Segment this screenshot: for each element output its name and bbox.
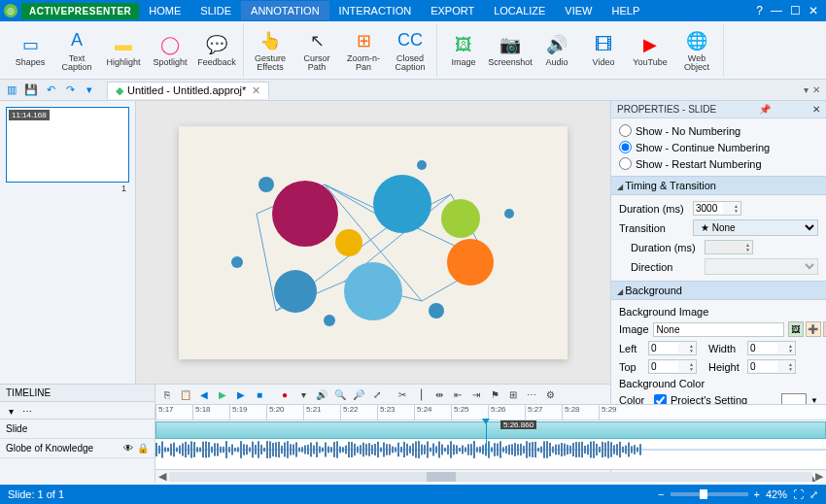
tl-dropdown-icon[interactable]: ▾ — [4, 404, 17, 418]
zoom-out-icon[interactable]: 🔎 — [351, 386, 366, 402]
slide-canvas[interactable] — [136, 101, 610, 384]
document-tab[interactable]: ◆ Untitled - Untitled.approj* ✕ — [107, 82, 269, 99]
scroll-right-icon[interactable]: ▶ — [812, 470, 826, 483]
record-icon[interactable]: ● — [277, 386, 293, 402]
minimize-icon[interactable]: — — [771, 4, 782, 17]
redo-icon[interactable]: ↷ — [62, 83, 78, 98]
rec-dropdown-icon[interactable]: ▾ — [295, 386, 311, 402]
ribbon-feedback[interactable]: 💬Feedback — [193, 23, 240, 77]
browse-image-icon[interactable]: 🖼 — [788, 321, 804, 337]
zoom-in-icon[interactable]: 🔍 — [332, 386, 348, 402]
menu-interaction[interactable]: INTERACTION — [329, 1, 422, 20]
menu-annotation[interactable]: ANNOTATION — [241, 1, 328, 20]
play-icon[interactable]: ▶ — [215, 386, 230, 402]
ribbon-video[interactable]: 🎞Video — [580, 23, 627, 77]
ribbon-spotlight[interactable]: ◯Spotlight — [147, 23, 193, 77]
width-input[interactable]: ▲▼ — [747, 341, 796, 355]
ribbon-shapes[interactable]: ▭Shapes — [7, 23, 53, 77]
radio-no-numbering[interactable] — [619, 124, 632, 137]
fit-icon[interactable]: ⤢ — [369, 386, 385, 402]
ribbon-youtube[interactable]: ▶YouTube — [627, 23, 673, 77]
settings-icon[interactable]: ⚙ — [542, 386, 558, 402]
radio-continue-numbering[interactable] — [619, 141, 632, 153]
help-icon[interactable]: ? — [756, 4, 763, 17]
trim-left-icon[interactable]: ⇤ — [450, 386, 465, 402]
scroll-left-icon[interactable]: ◀ — [155, 470, 169, 483]
marker-icon[interactable]: ⚑ — [487, 386, 502, 402]
merge-icon[interactable]: ⇹ — [431, 386, 447, 402]
qat-dropdown-icon[interactable]: ▾ — [82, 83, 97, 98]
stop-icon[interactable]: ■ — [252, 386, 267, 402]
slide-clip[interactable] — [155, 421, 826, 439]
audio-waveform[interactable] — [155, 441, 826, 458]
svg-rect-109 — [432, 444, 434, 456]
scroll-thumb[interactable] — [427, 472, 456, 482]
direction-select[interactable] — [705, 258, 818, 275]
next-icon[interactable]: ▶ — [233, 386, 249, 402]
ribbon-screenshot[interactable]: 📷Screenshot — [487, 23, 533, 77]
ribbon-audio[interactable]: 🔊Audio — [533, 23, 580, 77]
menu-view[interactable]: VIEW — [555, 1, 602, 20]
zoom-slider[interactable] — [671, 492, 748, 496]
height-input[interactable]: ▲▼ — [747, 359, 796, 374]
timeline-body[interactable]: 5:26.860 — [155, 420, 826, 469]
add-image-icon[interactable]: ➕ — [806, 321, 821, 337]
transition-select[interactable]: ★ None — [693, 219, 818, 236]
track-slide[interactable]: Slide — [0, 420, 155, 439]
ribbon-highlight[interactable]: ▬Highlight — [100, 23, 147, 77]
panel-close-icon[interactable]: ✕ — [812, 84, 820, 95]
section-timing[interactable]: Timing & Transition — [611, 176, 826, 195]
left-input[interactable]: ▲▼ — [648, 341, 697, 355]
tab-close-icon[interactable]: ✕ — [252, 84, 260, 97]
slide-thumbnail[interactable]: 11:14.168 1 — [6, 107, 129, 183]
ribbon-cursor-path[interactable]: ↖CursorPath — [293, 23, 340, 77]
maximize-icon[interactable]: ☐ — [790, 4, 801, 17]
pin-icon[interactable]: 📌 — [759, 104, 771, 115]
track-globe[interactable]: Globe of Knowledge 👁 🔒 — [0, 439, 155, 458]
new-icon[interactable]: ▥ — [4, 83, 19, 98]
volume-icon[interactable]: 🔊 — [314, 386, 329, 402]
ribbon-text-caption[interactable]: ATextCaption — [53, 23, 100, 77]
fit-screen-icon[interactable]: ⛶ — [793, 488, 804, 500]
ribbon-zoom-n-pan[interactable]: ⊞Zoom-n-Pan — [340, 23, 387, 77]
save-icon[interactable]: 💾 — [23, 83, 39, 98]
duration-input[interactable]: ▲▼ — [693, 201, 741, 216]
ribbon-image[interactable]: 🖼Image — [440, 23, 487, 77]
playhead[interactable] — [486, 420, 487, 455]
timeline-ruler[interactable]: 5:175:185:195:205:215:225:235:245:255:26… — [155, 405, 826, 420]
remove-image-icon[interactable]: ▭ — [823, 321, 826, 337]
copy-icon[interactable]: ⎘ — [159, 386, 175, 402]
menu-slide[interactable]: SLIDE — [190, 1, 241, 20]
trim-right-icon[interactable]: ⇥ — [468, 386, 484, 402]
close-icon[interactable]: ✕ — [809, 4, 818, 17]
tl-options-icon[interactable]: ⋯ — [20, 404, 34, 418]
image-input[interactable] — [653, 322, 784, 337]
panel-close-icon[interactable]: ✕ — [812, 104, 820, 115]
menu-export[interactable]: EXPORT — [421, 1, 484, 20]
zoom-out-btn[interactable]: − — [658, 488, 664, 500]
svg-rect-100 — [406, 444, 408, 455]
expand-icon[interactable]: ⤢ — [809, 488, 818, 501]
top-input[interactable]: ▲▼ — [648, 359, 697, 374]
split-icon[interactable]: ⎮ — [413, 386, 429, 402]
timeline-scrollbar[interactable]: ◀ ▶ — [155, 469, 826, 483]
menu-help[interactable]: HELP — [602, 1, 649, 20]
cut-icon[interactable]: ✂ — [395, 386, 410, 402]
prev-icon[interactable]: ◀ — [196, 386, 212, 402]
paste-icon[interactable]: 📋 — [178, 386, 193, 402]
menu-home[interactable]: HOME — [139, 1, 190, 20]
lock-icon[interactable]: 🔒 — [137, 443, 149, 454]
more-icon[interactable]: ⋯ — [524, 386, 539, 402]
menu-localize[interactable]: LOCALIZE — [484, 1, 555, 20]
undo-icon[interactable]: ↶ — [43, 83, 58, 98]
ribbon-closed-caption[interactable]: CCClosedCaption — [387, 23, 433, 77]
visibility-icon[interactable]: 👁 — [123, 443, 133, 454]
ribbon-gesture-effects[interactable]: 👆GestureEffects — [247, 23, 293, 77]
snap-icon[interactable]: ⊞ — [505, 386, 521, 402]
ribbon-web-object[interactable]: 🌐WebObject — [673, 23, 720, 77]
radio-restart-numbering[interactable] — [619, 157, 632, 170]
zoom-in-btn[interactable]: + — [754, 488, 760, 500]
panel-options-icon[interactable]: ▾ — [804, 84, 809, 95]
sub-duration-input[interactable]: ▲▼ — [705, 240, 753, 254]
section-background[interactable]: Background — [611, 281, 826, 300]
